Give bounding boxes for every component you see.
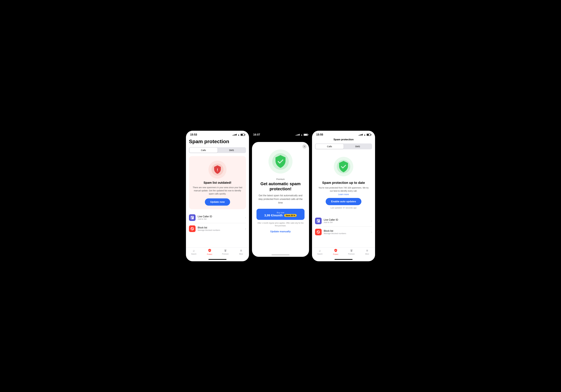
caller-id-sublabel: Add to Siri [198,218,245,220]
home-indicator-3 [334,259,353,260]
status-icons-1: ▲ [232,134,245,136]
alert-card: ! Spam list outdated! There are new spam… [189,156,246,209]
screen2-outer: 16:07 ▲ ✕ [249,131,312,261]
segment-control-1[interactable]: Calls SMS [189,147,246,153]
modal-title: Get automatic spam protection! [257,181,304,191]
segment-calls-3[interactable]: Calls [315,144,344,149]
block-list-sublabel: Manage blocked numbers [198,229,245,231]
tab-bar-1: ⌕ Search Protect ♛ Premium ≡ More [186,247,249,258]
svg-rect-3 [191,217,193,218]
tab-more-3[interactable]: ≡ More [363,249,372,255]
tab-protect-1[interactable]: Protect [205,249,214,255]
time-2: 16:07 [253,133,260,136]
tab-search-3[interactable]: ⌕ Search [315,249,324,255]
caller-id-label: Live Caller ID [198,215,245,218]
list-item-block[interactable]: Block list Manage blocked numbers › [189,223,246,234]
segment-sms-1[interactable]: SMS [217,148,246,153]
search-tab-icon-1: ⌕ [193,249,195,253]
alert-icon-wrap: ! [208,161,227,179]
svg-line-12 [317,231,319,233]
caller-id-icon-3 [315,218,322,224]
green-glow-inner-3 [337,160,350,173]
update-now-button[interactable]: Update now [205,198,230,206]
green-glow-inner [272,153,289,170]
list-section-3: Live Caller ID Add to Siri › Block list [315,216,372,237]
protect-tab-icon-3 [334,249,337,253]
signal-icon-2 [295,134,300,136]
price-text: 3,99 €/month [264,214,283,217]
svg-rect-8 [317,220,319,220]
fine-print: After 1 month regular price applies. Off… [257,222,304,227]
buy-now-button[interactable]: Buy now 3,99 €/month Save 25 % [257,209,304,220]
more-tab-icon-1: ≡ [240,249,242,253]
tab-protect-label-3: Protect [333,253,338,255]
shield-alert-icon: ! [213,165,222,174]
list-item-caller-id[interactable]: Live Caller ID Add to Siri › [189,212,246,223]
save-badge: Save 25 % [284,214,297,217]
tab-premium-label-3: Premium [348,253,355,255]
time-3: 15:55 [316,133,323,136]
screen1: 15:53 ▲ Spam protection Calls SMS [186,131,249,261]
buy-label: Buy now [264,211,297,214]
alert-desc: There are new spammers in your area sinc… [192,186,243,196]
search-tab-icon-3: ⌕ [319,249,321,253]
wifi-icon-2: ▲ [301,134,303,136]
tab-premium-3[interactable]: ♛ Premium [347,249,356,255]
protected-card: Spam protection up to date You're now pr… [315,152,372,213]
time-1: 15:53 [190,133,197,136]
wifi-icon-3: ▲ [364,134,366,136]
tab-search-label-1: Search [191,253,196,255]
tab-more-1[interactable]: ≡ More [237,249,246,255]
screen3-content: Spam protection Calls SMS Spam protectio… [312,138,375,247]
list-item-caller-id-3[interactable]: Live Caller ID Add to Siri › [315,216,372,227]
green-shield-wrap [269,150,292,174]
status-icons-3: ▲ [358,134,371,136]
tab-protect-label-1: Protect [207,253,212,255]
battery-icon-3 [367,134,371,136]
tab-premium-1[interactable]: ♛ Premium [221,249,230,255]
block-list-sublabel-3: Manage blocked numbers [324,232,371,235]
chevron-icon-3b: › [371,230,372,234]
screen2-modal: ✕ Premium Get automatic spam protection!… [252,142,309,257]
more-tab-icon-3: ≡ [366,249,368,253]
modal-content: Premium Get automatic spam protection! G… [252,142,309,254]
segment-calls-1[interactable]: Calls [189,148,217,153]
block-icon-3 [315,229,322,235]
status-bar-2: 16:07 ▲ [249,131,312,138]
update-manually-link[interactable]: Update manually [270,230,291,233]
screen1-content: Spam protection Calls SMS ! Spam list ou… [186,138,249,247]
caller-id-text-3: Live Caller ID Add to Siri [324,218,371,223]
home-indicator-2 [271,254,290,255]
home-indicator-1 [208,259,227,260]
learn-more-link[interactable]: Learn more [338,193,349,196]
segment-sms-3[interactable]: SMS [344,144,372,149]
tab-protect-3[interactable]: Protect [331,249,340,255]
tab-search-1[interactable]: ⌕ Search [189,249,198,255]
page-title-3: Spam protection [315,138,372,141]
segment-control-3[interactable]: Calls SMS [315,143,372,149]
chevron-icon-1: › [245,216,246,219]
chevron-icon-2: › [245,227,246,230]
block-icon [189,225,195,232]
tab-bar-3: ⌕ Search Protect ♛ Premium ≡ More [312,247,375,258]
close-button[interactable]: ✕ [302,144,307,149]
tab-more-label-1: More [239,253,243,255]
block-list-text: Block list Manage blocked numbers [198,226,245,231]
svg-point-10 [317,221,318,222]
modal-description: Get the latest spam list automatically a… [257,194,304,205]
block-list-text-3: Block list Manage blocked numbers [324,230,371,235]
svg-point-4 [191,218,192,218]
enable-auto-updates-button[interactable]: Enable auto updates [326,198,361,205]
status-bar-3: 15:55 ▲ [312,131,375,138]
last-updated-text: Last updated: 57 seconds ago [331,207,356,209]
green-shield-wrap-3 [334,157,353,176]
svg-line-6 [191,228,193,230]
list-item-block-3[interactable]: Block list Manage blocked numbers › [315,227,372,237]
tab-search-label-3: Search [317,253,323,255]
caller-id-text: Live Caller ID Add to Siri [198,215,245,220]
premium-tab-icon-1: ♛ [224,249,227,253]
protected-desc: You're now protected from 745 326 spamme… [318,186,369,193]
list-section-1: Live Caller ID Add to Siri › Block list [189,212,246,234]
block-list-label: Block list [198,226,245,229]
chevron-icon-3a: › [371,219,372,223]
